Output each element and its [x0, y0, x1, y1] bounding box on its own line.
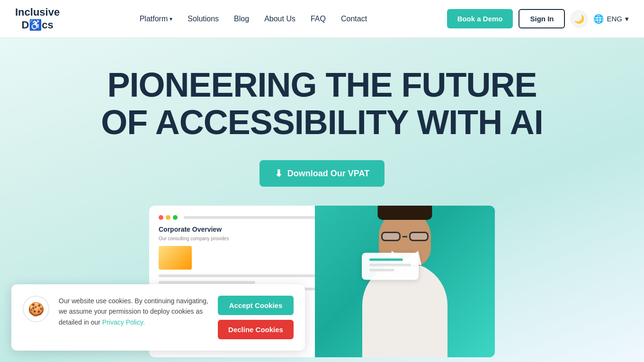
nav-item-about[interactable]: About Us [264, 15, 295, 23]
doc-card-subtitle: Our consulting company provides [159, 236, 320, 241]
doc-line-2 [159, 281, 255, 284]
cookie-icon: 🍪 [28, 301, 45, 317]
language-selector[interactable]: 🌐 ENG ▾ [593, 14, 629, 24]
accept-cookies-button[interactable]: Accept Cookies [218, 296, 294, 315]
overlay-info-card [362, 253, 419, 280]
window-dots [159, 215, 320, 220]
cookie-banner: 🍪 Our website use cookies. By continuing… [11, 284, 305, 351]
doc-card-image [159, 246, 192, 270]
doc-card-title: Corporate Overview [159, 226, 320, 233]
logo-text-line1: Inclusive [15, 6, 60, 18]
lang-chevron-icon: ▾ [625, 15, 629, 23]
overlay-line-2 [369, 264, 411, 266]
book-demo-button[interactable]: Book a Demo [447, 9, 513, 28]
nav-item-platform[interactable]: Platform ▾ [140, 15, 173, 23]
navbar: Inclusive D♿cs Platform ▾ Solutions Blog… [0, 0, 644, 38]
cookie-text: Our website use cookies. By continuing n… [59, 296, 208, 327]
nav-item-contact[interactable]: Contact [341, 15, 367, 23]
doc-line-1 [159, 274, 320, 277]
title-bar-line [184, 216, 320, 219]
nav-item-solutions[interactable]: Solutions [188, 15, 219, 23]
download-icon: ⬇ [275, 168, 283, 179]
hero-title: PIONEERING THE FUTURE OF ACCESSIBILITY W… [85, 66, 559, 141]
dot-green [173, 215, 178, 220]
cookie-icon-wrap: 🍪 [23, 296, 49, 322]
nav-item-faq[interactable]: FAQ [311, 15, 326, 23]
privacy-policy-link[interactable]: Privacy Policy. [102, 318, 145, 326]
dot-yellow [166, 215, 170, 220]
nav-item-blog[interactable]: Blog [234, 15, 249, 23]
nav-actions: Book a Demo Sign In 🌙 🌐 ENG ▾ [447, 9, 629, 28]
cookie-content: Our website use cookies. By continuing n… [59, 296, 208, 335]
dot-red [159, 215, 163, 220]
chevron-down-icon: ▾ [170, 16, 172, 22]
overlay-line-1 [369, 259, 402, 261]
logo-text-line2: D♿cs [15, 19, 60, 31]
download-vpat-button[interactable]: ⬇ Download Our VPAT [259, 160, 385, 187]
hero-person-bg [315, 206, 495, 357]
dark-mode-toggle[interactable]: 🌙 [571, 10, 588, 27]
cookie-buttons: Accept Cookies Decline Cookies [218, 296, 294, 339]
moon-icon: 🌙 [574, 14, 584, 24]
globe-icon: 🌐 [593, 14, 604, 24]
decline-cookies-button[interactable]: Decline Cookies [218, 320, 294, 339]
logo[interactable]: Inclusive D♿cs [15, 6, 60, 31]
nav-links: Platform ▾ Solutions Blog About Us FAQ C… [140, 15, 367, 23]
overlay-line-3 [369, 269, 394, 272]
sign-in-button[interactable]: Sign In [519, 9, 565, 28]
